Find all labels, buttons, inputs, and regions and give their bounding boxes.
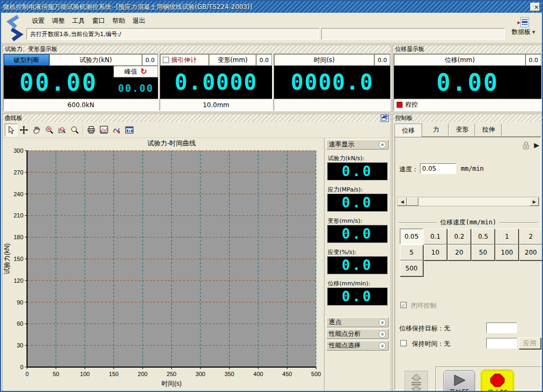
- force-display-group: 破型判断 试验力(kN) 0.0 00.00 峰值 ↻ 00.00 600.0k…: [3, 54, 159, 111]
- crosshair-icon[interactable]: [17, 124, 30, 136]
- program-control-indicator: [397, 102, 402, 108]
- speed-preset-button[interactable]: 20: [448, 245, 471, 260]
- databoard-button[interactable]: 数据板 ▼: [507, 17, 540, 41]
- start-button[interactable]: 开始F5: [443, 370, 475, 392]
- curve-copy-icon[interactable]: [110, 124, 123, 136]
- menu-item-help[interactable]: 帮助: [109, 15, 128, 26]
- tab-displacement[interactable]: 位移: [395, 124, 422, 137]
- scroll-thumb[interactable]: [407, 197, 418, 206]
- speed-preset-button[interactable]: 0.2: [448, 229, 471, 245]
- menu-item-exit[interactable]: 退出: [129, 15, 148, 26]
- tab-tension[interactable]: 拉伸: [476, 124, 502, 136]
- menu-bar: 设置 调整 工具 窗口 帮助 退出: [29, 15, 148, 26]
- menu-item-tools[interactable]: 工具: [69, 15, 88, 26]
- zoom-out-icon[interactable]: [68, 124, 81, 136]
- data-window-icon[interactable]: [123, 124, 136, 136]
- hold-time-input[interactable]: [486, 338, 517, 349]
- time-small-value: 0.0: [374, 54, 390, 66]
- time-range-label: [274, 99, 390, 110]
- app-window: 微机控制电液伺服万能试验机测控系统--[预应力混凝土用钢绞线试验(GB/T522…: [0, 0, 543, 392]
- svg-text:500: 500: [311, 371, 321, 377]
- displacement-tab-page: ▶ 速度： mm/min ◀ ▶ 位移速度(mm/min) 0.05 0.1 0…: [395, 137, 541, 390]
- svg-text:50: 50: [52, 371, 59, 377]
- svg-text:试验力(kN): 试验力(kN): [3, 243, 11, 275]
- rate-displacement-display: 0.0: [327, 288, 388, 306]
- float-window-icon[interactable]: [381, 115, 389, 122]
- section-performance-select[interactable]: 性能点选择 »: [326, 341, 389, 351]
- top-toolbar: 设置 调整 工具 窗口 帮助 退出 共打开数据1条,当前位置为1,编号:/: [1, 13, 542, 43]
- svg-text:250: 250: [167, 371, 176, 377]
- play-small-icon[interactable]: ▶: [534, 141, 539, 149]
- curve-chart-icon[interactable]: [98, 124, 110, 136]
- section-performance-analysis[interactable]: 性能点分析 »: [326, 329, 389, 339]
- closed-loop-checkbox[interactable]: ✓: [400, 302, 407, 308]
- speed-preset-button[interactable]: 100: [495, 245, 519, 260]
- tab-force[interactable]: 力: [424, 124, 449, 136]
- rate-force-display: 0.0: [327, 162, 388, 180]
- speed-preset-button[interactable]: 2: [519, 229, 542, 245]
- window-title: 微机控制电液伺服万能试验机测控系统--[预应力混凝土用钢绞线试验(GB/T522…: [3, 3, 530, 12]
- zoom-select-icon[interactable]: [43, 124, 56, 136]
- status-bar-secondary: [321, 28, 505, 40]
- pan-hand-icon[interactable]: [30, 124, 43, 136]
- speed-input[interactable]: [420, 163, 456, 174]
- svg-text:400: 400: [253, 371, 263, 377]
- speed-preset-button[interactable]: 200: [519, 245, 542, 260]
- stop-octagon-icon: [490, 373, 505, 387]
- displacement-lcd-display: 0.00: [394, 66, 541, 99]
- speed-preset-button[interactable]: 5: [400, 245, 423, 260]
- tab-deform[interactable]: 变形: [450, 124, 475, 136]
- force-small-value: 0.0: [142, 54, 158, 66]
- rate-display-header[interactable]: 速率显示 «: [326, 140, 389, 150]
- speed-preset-button[interactable]: 0.1: [424, 229, 447, 245]
- rate-label: 位移(mm/min):: [328, 280, 370, 288]
- collapse-up-icon[interactable]: «: [379, 141, 386, 149]
- scroll-left-icon[interactable]: ◀: [398, 197, 407, 206]
- peak-reset-icon[interactable]: ↻: [141, 67, 147, 76]
- chart-area[interactable]: 0306090120150180210240270300050100150200…: [3, 138, 324, 392]
- start-stop-frame: 开始F5 停止F6: [436, 367, 543, 392]
- speed-preset-button[interactable]: 500: [400, 260, 423, 276]
- hold-time-checkbox[interactable]: [400, 340, 407, 346]
- pointer-icon[interactable]: [5, 124, 17, 136]
- collapse-down-icon[interactable]: »: [379, 319, 386, 326]
- databoard-icon: [515, 17, 531, 28]
- crosshead-jog-button[interactable]: [405, 371, 428, 392]
- print-icon[interactable]: [85, 124, 98, 136]
- curve-zoom-icon[interactable]: [56, 124, 68, 136]
- svg-text:30: 30: [17, 342, 23, 349]
- force-range-label: 600.0kN: [4, 99, 158, 110]
- speed-unit: mm/min: [461, 165, 484, 172]
- peak-bar: 峰值 ↻: [113, 66, 158, 77]
- databoard-label: 数据板: [512, 28, 531, 37]
- apply-button[interactable]: 应用: [519, 337, 541, 349]
- speed-preset-button[interactable]: 1: [495, 229, 519, 245]
- extensometer-checkbox[interactable]: [163, 57, 169, 63]
- scroll-right-icon[interactable]: ▶: [530, 197, 539, 206]
- hold-target-input[interactable]: [486, 323, 517, 333]
- speed-preset-button[interactable]: 50: [471, 245, 495, 260]
- break-judge-toggle[interactable]: 破型判断: [4, 54, 49, 66]
- time-lcd-display: 0000.0: [274, 66, 390, 99]
- rate-strain-display: 0.0: [327, 256, 388, 274]
- svg-text:90: 90: [17, 299, 23, 306]
- menu-item-window[interactable]: 窗口: [89, 15, 108, 26]
- menu-item-settings[interactable]: 设置: [29, 15, 48, 26]
- collapse-down-icon[interactable]: »: [379, 342, 386, 350]
- speed-preset-button[interactable]: 0.5: [471, 229, 495, 245]
- speed-scrollbar[interactable]: ◀ ▶: [397, 197, 539, 206]
- rate-deform-display: 0.0: [327, 225, 388, 243]
- stop-button[interactable]: 停止F6: [481, 370, 513, 392]
- menu-item-adjust[interactable]: 调整: [49, 15, 68, 26]
- svg-text:0: 0: [25, 371, 29, 377]
- svg-text:60: 60: [17, 320, 23, 327]
- section-point-by-point[interactable]: 逐点 »: [326, 317, 389, 327]
- force-lcd-display: 00.00: [4, 66, 113, 99]
- speed-preset-button[interactable]: 10: [424, 245, 447, 260]
- displacement-panel-header: 位移显示板: [393, 45, 542, 53]
- collapse-down-icon[interactable]: »: [379, 330, 386, 338]
- speed-preset-button[interactable]: 0.05: [400, 229, 423, 245]
- hold-target-label: 位移保持目标：无: [399, 324, 450, 333]
- close-button[interactable]: ×: [530, 3, 540, 11]
- tab-strip: 位移 力 变形 拉伸: [395, 124, 541, 137]
